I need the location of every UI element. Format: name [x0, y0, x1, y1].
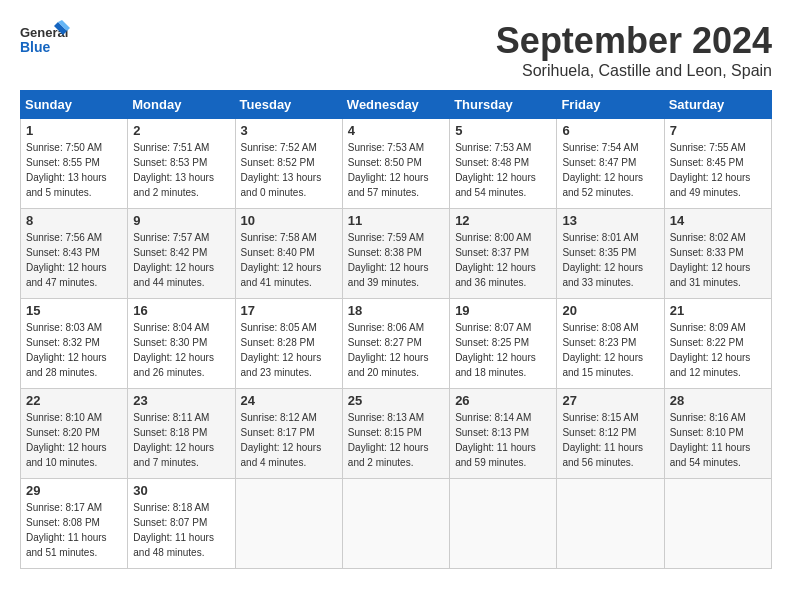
day-info: Sunrise: 8:16 AMSunset: 8:10 PMDaylight:… — [670, 410, 766, 470]
calendar: SundayMondayTuesdayWednesdayThursdayFrid… — [20, 90, 772, 569]
calendar-cell — [664, 479, 771, 569]
day-info: Sunrise: 7:55 AMSunset: 8:45 PMDaylight:… — [670, 140, 766, 200]
calendar-cell: 24Sunrise: 8:12 AMSunset: 8:17 PMDayligh… — [235, 389, 342, 479]
calendar-cell: 25Sunrise: 8:13 AMSunset: 8:15 PMDayligh… — [342, 389, 449, 479]
calendar-cell — [557, 479, 664, 569]
day-info: Sunrise: 8:07 AMSunset: 8:25 PMDaylight:… — [455, 320, 551, 380]
calendar-week-row: 29Sunrise: 8:17 AMSunset: 8:08 PMDayligh… — [21, 479, 772, 569]
day-number: 16 — [133, 303, 229, 318]
calendar-cell: 18Sunrise: 8:06 AMSunset: 8:27 PMDayligh… — [342, 299, 449, 389]
title-section: September 2024 Sorihuela, Castille and L… — [496, 20, 772, 80]
day-number: 19 — [455, 303, 551, 318]
day-info: Sunrise: 7:54 AMSunset: 8:47 PMDaylight:… — [562, 140, 658, 200]
weekday-header: Sunday — [21, 91, 128, 119]
day-number: 26 — [455, 393, 551, 408]
day-number: 7 — [670, 123, 766, 138]
calendar-cell: 14Sunrise: 8:02 AMSunset: 8:33 PMDayligh… — [664, 209, 771, 299]
weekday-header: Friday — [557, 91, 664, 119]
day-number: 11 — [348, 213, 444, 228]
day-number: 13 — [562, 213, 658, 228]
calendar-cell: 22Sunrise: 8:10 AMSunset: 8:20 PMDayligh… — [21, 389, 128, 479]
calendar-week-row: 1Sunrise: 7:50 AMSunset: 8:55 PMDaylight… — [21, 119, 772, 209]
calendar-cell: 13Sunrise: 8:01 AMSunset: 8:35 PMDayligh… — [557, 209, 664, 299]
day-info: Sunrise: 8:18 AMSunset: 8:07 PMDaylight:… — [133, 500, 229, 560]
day-number: 29 — [26, 483, 122, 498]
calendar-cell: 4Sunrise: 7:53 AMSunset: 8:50 PMDaylight… — [342, 119, 449, 209]
day-number: 21 — [670, 303, 766, 318]
day-info: Sunrise: 8:03 AMSunset: 8:32 PMDaylight:… — [26, 320, 122, 380]
day-info: Sunrise: 7:58 AMSunset: 8:40 PMDaylight:… — [241, 230, 337, 290]
calendar-cell: 29Sunrise: 8:17 AMSunset: 8:08 PMDayligh… — [21, 479, 128, 569]
day-number: 2 — [133, 123, 229, 138]
day-number: 6 — [562, 123, 658, 138]
weekday-header: Tuesday — [235, 91, 342, 119]
month-title: September 2024 — [496, 20, 772, 62]
calendar-cell: 5Sunrise: 7:53 AMSunset: 8:48 PMDaylight… — [450, 119, 557, 209]
day-info: Sunrise: 8:11 AMSunset: 8:18 PMDaylight:… — [133, 410, 229, 470]
day-info: Sunrise: 7:53 AMSunset: 8:48 PMDaylight:… — [455, 140, 551, 200]
day-info: Sunrise: 8:14 AMSunset: 8:13 PMDaylight:… — [455, 410, 551, 470]
day-info: Sunrise: 8:17 AMSunset: 8:08 PMDaylight:… — [26, 500, 122, 560]
logo-svg: General Blue — [20, 20, 70, 60]
day-info: Sunrise: 8:08 AMSunset: 8:23 PMDaylight:… — [562, 320, 658, 380]
weekday-header: Monday — [128, 91, 235, 119]
day-info: Sunrise: 7:51 AMSunset: 8:53 PMDaylight:… — [133, 140, 229, 200]
day-info: Sunrise: 8:15 AMSunset: 8:12 PMDaylight:… — [562, 410, 658, 470]
calendar-cell: 21Sunrise: 8:09 AMSunset: 8:22 PMDayligh… — [664, 299, 771, 389]
day-number: 4 — [348, 123, 444, 138]
calendar-cell: 19Sunrise: 8:07 AMSunset: 8:25 PMDayligh… — [450, 299, 557, 389]
day-number: 27 — [562, 393, 658, 408]
day-info: Sunrise: 7:56 AMSunset: 8:43 PMDaylight:… — [26, 230, 122, 290]
day-info: Sunrise: 7:52 AMSunset: 8:52 PMDaylight:… — [241, 140, 337, 200]
day-number: 10 — [241, 213, 337, 228]
calendar-week-row: 8Sunrise: 7:56 AMSunset: 8:43 PMDaylight… — [21, 209, 772, 299]
day-number: 8 — [26, 213, 122, 228]
calendar-cell: 12Sunrise: 8:00 AMSunset: 8:37 PMDayligh… — [450, 209, 557, 299]
day-info: Sunrise: 7:57 AMSunset: 8:42 PMDaylight:… — [133, 230, 229, 290]
calendar-cell: 6Sunrise: 7:54 AMSunset: 8:47 PMDaylight… — [557, 119, 664, 209]
page-header: General Blue September 2024 Sorihuela, C… — [20, 20, 772, 80]
day-number: 18 — [348, 303, 444, 318]
day-number: 12 — [455, 213, 551, 228]
day-number: 22 — [26, 393, 122, 408]
calendar-cell: 20Sunrise: 8:08 AMSunset: 8:23 PMDayligh… — [557, 299, 664, 389]
day-number: 9 — [133, 213, 229, 228]
day-number: 5 — [455, 123, 551, 138]
weekday-header: Thursday — [450, 91, 557, 119]
day-number: 14 — [670, 213, 766, 228]
calendar-cell: 10Sunrise: 7:58 AMSunset: 8:40 PMDayligh… — [235, 209, 342, 299]
calendar-cell — [342, 479, 449, 569]
day-info: Sunrise: 8:12 AMSunset: 8:17 PMDaylight:… — [241, 410, 337, 470]
day-number: 1 — [26, 123, 122, 138]
calendar-cell: 9Sunrise: 7:57 AMSunset: 8:42 PMDaylight… — [128, 209, 235, 299]
calendar-week-row: 15Sunrise: 8:03 AMSunset: 8:32 PMDayligh… — [21, 299, 772, 389]
weekday-header: Saturday — [664, 91, 771, 119]
day-number: 24 — [241, 393, 337, 408]
calendar-cell: 3Sunrise: 7:52 AMSunset: 8:52 PMDaylight… — [235, 119, 342, 209]
calendar-cell: 7Sunrise: 7:55 AMSunset: 8:45 PMDaylight… — [664, 119, 771, 209]
day-info: Sunrise: 7:53 AMSunset: 8:50 PMDaylight:… — [348, 140, 444, 200]
day-number: 17 — [241, 303, 337, 318]
day-info: Sunrise: 8:13 AMSunset: 8:15 PMDaylight:… — [348, 410, 444, 470]
day-info: Sunrise: 8:01 AMSunset: 8:35 PMDaylight:… — [562, 230, 658, 290]
location-title: Sorihuela, Castille and Leon, Spain — [496, 62, 772, 80]
calendar-week-row: 22Sunrise: 8:10 AMSunset: 8:20 PMDayligh… — [21, 389, 772, 479]
day-info: Sunrise: 8:04 AMSunset: 8:30 PMDaylight:… — [133, 320, 229, 380]
calendar-cell: 8Sunrise: 7:56 AMSunset: 8:43 PMDaylight… — [21, 209, 128, 299]
calendar-cell: 11Sunrise: 7:59 AMSunset: 8:38 PMDayligh… — [342, 209, 449, 299]
day-info: Sunrise: 8:09 AMSunset: 8:22 PMDaylight:… — [670, 320, 766, 380]
calendar-cell: 16Sunrise: 8:04 AMSunset: 8:30 PMDayligh… — [128, 299, 235, 389]
calendar-cell: 1Sunrise: 7:50 AMSunset: 8:55 PMDaylight… — [21, 119, 128, 209]
weekday-header: Wednesday — [342, 91, 449, 119]
logo: General Blue — [20, 20, 70, 60]
calendar-cell — [450, 479, 557, 569]
calendar-cell: 23Sunrise: 8:11 AMSunset: 8:18 PMDayligh… — [128, 389, 235, 479]
calendar-cell: 30Sunrise: 8:18 AMSunset: 8:07 PMDayligh… — [128, 479, 235, 569]
day-info: Sunrise: 7:59 AMSunset: 8:38 PMDaylight:… — [348, 230, 444, 290]
calendar-cell: 15Sunrise: 8:03 AMSunset: 8:32 PMDayligh… — [21, 299, 128, 389]
calendar-cell — [235, 479, 342, 569]
day-info: Sunrise: 8:10 AMSunset: 8:20 PMDaylight:… — [26, 410, 122, 470]
day-number: 30 — [133, 483, 229, 498]
calendar-cell: 26Sunrise: 8:14 AMSunset: 8:13 PMDayligh… — [450, 389, 557, 479]
svg-text:Blue: Blue — [20, 39, 51, 55]
